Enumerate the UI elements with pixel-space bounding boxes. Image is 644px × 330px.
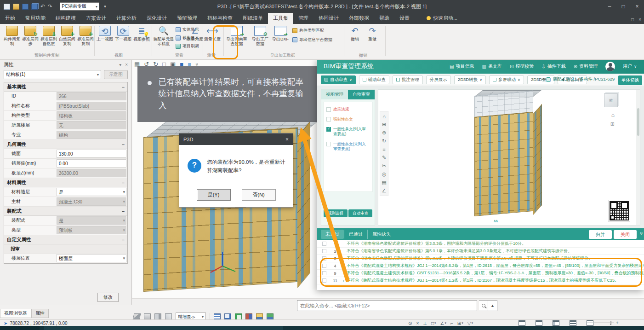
- section-geometry[interactable]: 几何属性−: [4, 140, 127, 149]
- collapse-icon[interactable]: −: [122, 180, 125, 185]
- save-icon[interactable]: [22, 4, 28, 10]
- expand-down-icon[interactable]: »: [639, 232, 644, 235]
- section-prefab[interactable]: 装配式−: [4, 207, 127, 216]
- avatar[interactable]: [605, 62, 615, 71]
- tab-analysis[interactable]: 计算分析: [111, 13, 142, 24]
- snap-center-icon[interactable]: ⊙: [408, 321, 412, 326]
- menu-clause-library[interactable]: ▥条文库: [482, 63, 502, 69]
- tab-scheme[interactable]: 方案设计: [81, 13, 111, 24]
- split-screen-button[interactable]: 分屏展示: [426, 75, 451, 84]
- checkbox[interactable]: [326, 117, 331, 122]
- close-button[interactable]: ×: [630, 0, 644, 13]
- section-basic[interactable]: 基本属性−: [4, 82, 127, 92]
- filter-policy[interactable]: 政策法规: [324, 107, 372, 112]
- tab-collab[interactable]: 协同设计: [313, 13, 344, 24]
- schematic-button[interactable]: 示意图: [104, 70, 128, 79]
- export-dxf-button[interactable]: 导出DXF: [271, 25, 290, 52]
- redo-icon[interactable]: ↷: [48, 4, 52, 10]
- section-icon[interactable]: ✂: [381, 162, 388, 170]
- user-menu[interactable]: 用户∨: [623, 63, 637, 69]
- no-button[interactable]: 否(N): [242, 189, 276, 201]
- switch-unit-button[interactable]: 单体切换: [618, 75, 642, 85]
- section-material[interactable]: 材料属性−: [4, 178, 127, 187]
- open-file-icon[interactable]: [13, 4, 19, 10]
- checkbox[interactable]: [326, 107, 331, 112]
- assist-review-button[interactable]: 辅助审查: [359, 75, 389, 84]
- snap-perpendicular-icon[interactable]: ⊥: [423, 321, 427, 326]
- standard-to-natural-button[interactable]: 标准层到自然层: [40, 25, 58, 52]
- rule-select-button[interactable]: 规则选择: [324, 209, 348, 217]
- prop-dropdown-floorpos[interactable]: 楼面层: [57, 254, 126, 262]
- collapse-icon[interactable]: −: [122, 84, 125, 90]
- collapse-icon[interactable]: −: [122, 237, 125, 243]
- tab-reserve[interactable]: 预留预埋: [172, 13, 202, 24]
- menu-project-info[interactable]: ▤项目信息: [450, 63, 474, 69]
- redo-button[interactable]: 重做: [364, 25, 381, 52]
- profile-selector[interactable]: PC湖南专版▾: [60, 2, 99, 11]
- rotate-icon[interactable]: ↻: [381, 137, 388, 145]
- undo-button[interactable]: 撤销: [347, 25, 363, 52]
- collapse-icon[interactable]: −: [122, 208, 125, 214]
- row-checkbox[interactable]: [322, 242, 326, 246]
- zoom-icon[interactable]: ⊕: [381, 129, 388, 137]
- measure-angle-btn[interactable]: 测量角度: [186, 25, 204, 52]
- layout-single-icon[interactable]: [519, 320, 525, 326]
- filter-general-listed[interactable]: 一般性条文(列入审查要点): [324, 127, 372, 136]
- minimize-button[interactable]: –: [603, 0, 616, 13]
- member-selector[interactable]: 结构板(1)▾: [4, 70, 101, 79]
- merge-button[interactable]: 归并: [589, 230, 612, 239]
- auto-review-button[interactable]: 自动审查∨: [321, 75, 356, 84]
- restore-button[interactable]: □: [616, 0, 630, 13]
- standard-floor-sync-button[interactable]: 标准层同步: [21, 25, 40, 52]
- natural-floor-copy-button[interactable]: 自然层间复制: [58, 25, 76, 52]
- prev-view-button[interactable]: 上一视图: [96, 25, 114, 52]
- tab-external[interactable]: 外部数据: [344, 13, 374, 24]
- convert-2d3d-button[interactable]: 2D3D转换∨: [454, 75, 486, 84]
- tab-drawings[interactable]: 图纸清单: [238, 13, 268, 24]
- menu-plugin-download[interactable]: ⇩插件下载: [541, 63, 565, 69]
- list-icon[interactable]: ≡: [381, 145, 388, 153]
- panel-close-icon[interactable]: ×: [125, 62, 128, 67]
- prop-dropdown-matfollow[interactable]: 是: [57, 188, 126, 196]
- next-view-button[interactable]: 下一视图: [114, 25, 132, 52]
- tab-structure[interactable]: 结构建模: [51, 13, 81, 24]
- tab-start[interactable]: 开始: [0, 13, 20, 24]
- doc-minimize-button[interactable]: –: [624, 17, 627, 22]
- command-expand-icon[interactable]: ▲: [488, 300, 497, 311]
- viewer-grid-icon[interactable]: ⊞: [610, 121, 615, 127]
- layout-vertical-icon[interactable]: [536, 320, 542, 326]
- tab-missing-attr[interactable]: 属性缺失: [367, 230, 395, 239]
- qat-menu-icon[interactable]: ▾: [104, 4, 106, 9]
- annotate-icon[interactable]: ✎: [381, 154, 388, 162]
- assembly-display-precision-button[interactable]: 装配单元显示精度: [153, 25, 174, 52]
- measure-icon[interactable]: ∠: [381, 187, 388, 195]
- collapse-icon[interactable]: −: [122, 142, 125, 147]
- erase-tool-icon[interactable]: [133, 313, 141, 320]
- door-tool-icon[interactable]: [154, 313, 161, 320]
- grid-snap-icon[interactable]: ⊞▾: [457, 321, 463, 326]
- menu-document-manage[interactable]: ⊛资料管理: [574, 63, 598, 69]
- tab-settings[interactable]: 设置: [394, 13, 415, 24]
- standard-floor-copy-button[interactable]: 标准层间复制: [76, 25, 95, 52]
- layout-left-icon[interactable]: [553, 320, 559, 326]
- tab-view-manage[interactable]: 视图管理: [321, 90, 348, 99]
- filter-general-unlisted[interactable]: 一般性条文(未列入审查要点): [324, 142, 372, 151]
- command-search-icon[interactable]: [479, 300, 488, 311]
- result-row[interactable]: 2不符合《湖南省绿色装配式建筑评价标准》第5.0.1条，本评价项未满足第3.0.…: [317, 248, 644, 255]
- component-tool-icon[interactable]: [256, 313, 263, 320]
- new-file-icon[interactable]: [4, 4, 10, 10]
- modify-button[interactable]: 修改: [97, 293, 119, 302]
- annotation-manage-button[interactable]: 批注管理: [393, 75, 423, 84]
- undo-icon[interactable]: ↶: [40, 4, 45, 10]
- layout-rows-icon[interactable]: [570, 320, 576, 326]
- checkbox-checked[interactable]: [326, 127, 331, 132]
- home-icon[interactable]: ⌂: [381, 112, 388, 120]
- quick-launch[interactable]: 快速启动...: [427, 15, 457, 24]
- prop-input-offset[interactable]: 0.00: [57, 159, 126, 168]
- doc-restore-button[interactable]: □: [631, 17, 634, 22]
- focus-icon[interactable]: ◎: [381, 170, 388, 178]
- view-cube[interactable]: 前: [604, 93, 618, 107]
- collapse-up-icon[interactable]: ∧∧: [493, 219, 497, 223]
- grid-display-icon[interactable]: [214, 313, 221, 320]
- viewer-scrollbar[interactable]: [636, 90, 640, 225]
